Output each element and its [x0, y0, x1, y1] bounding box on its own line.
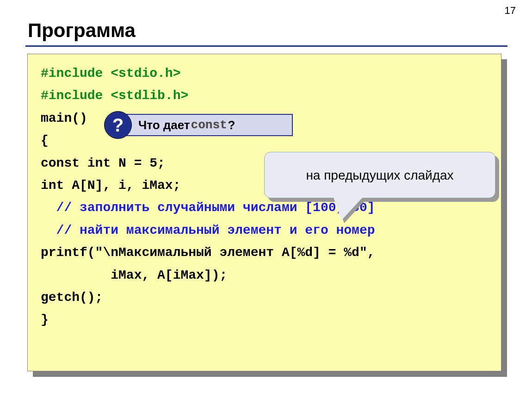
code-line: }: [41, 312, 492, 328]
speech-tail-icon: [333, 196, 364, 220]
code-line: getch();: [41, 289, 492, 306]
code-line: iMax, A[iMax]);: [41, 267, 492, 284]
note-text: на предыдущих слайдах: [306, 167, 453, 183]
callout-keyword: const: [191, 118, 227, 132]
code-line: printf("\nМаксимальный элемент A[%d] = %…: [41, 244, 492, 261]
callout-text-prefix: Что дает: [138, 118, 190, 132]
question-mark-icon: ?: [104, 111, 132, 139]
page-number: 17: [505, 5, 516, 17]
code-line: // найти максимальный элемент и его номе…: [41, 222, 492, 239]
code-line: // заполнить случайными числами [100,150…: [41, 200, 492, 216]
callout-text-suffix: ?: [228, 118, 235, 132]
callout-question: Что дает const ?: [123, 114, 293, 136]
code-line: #include <stdio.h>: [41, 65, 492, 82]
title-underline: [25, 45, 507, 47]
code-line: #include <stdlib.h>: [41, 88, 492, 104]
slide-title: Программа: [28, 19, 136, 42]
code-block: #include <stdio.h> #include <stdlib.h> m…: [27, 54, 501, 371]
note-box: на предыдущих слайдах: [264, 152, 495, 198]
